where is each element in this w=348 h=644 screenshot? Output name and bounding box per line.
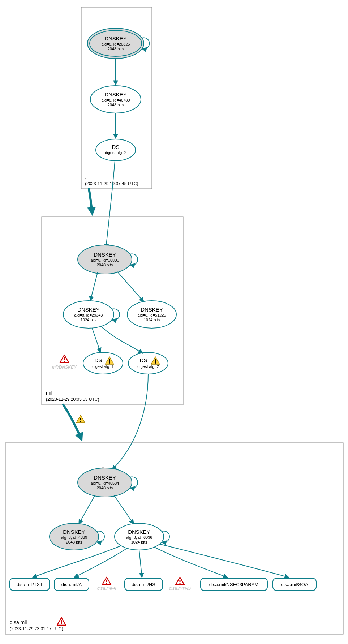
rr-ns[interactable]: disa.mil/NS bbox=[125, 578, 163, 591]
mil-zsk1-node[interactable]: DNSKEY alg=8, id=29343 1024 bits bbox=[63, 301, 120, 328]
mil-ds1-node[interactable]: DS digest alg=1 bbox=[83, 352, 123, 374]
svg-text:disa.mil/A: disa.mil/A bbox=[97, 586, 116, 591]
zone-root-time: (2023-11-29 19:37:45 UTC) bbox=[85, 181, 138, 186]
svg-text:2048 bits: 2048 bits bbox=[108, 47, 124, 51]
svg-text:alg=8, id=46780: alg=8, id=46780 bbox=[102, 98, 130, 102]
rr-soa[interactable]: disa.mil/SOA bbox=[273, 578, 316, 591]
warning-icon bbox=[76, 415, 85, 423]
zone-disa-name: disa.mil bbox=[10, 619, 27, 625]
edge-zsk-nsec bbox=[154, 547, 228, 578]
svg-text:1024 bits: 1024 bits bbox=[81, 318, 97, 322]
svg-text:alg=8, id=4339: alg=8, id=4339 bbox=[61, 535, 87, 540]
svg-text:alg=8, id=51225: alg=8, id=51225 bbox=[138, 313, 166, 317]
svg-text:digest alg=2: digest alg=2 bbox=[137, 364, 159, 369]
svg-text:DNSKEY: DNSKEY bbox=[128, 529, 150, 535]
svg-text:disa.mil/NSEC3PARAM: disa.mil/NSEC3PARAM bbox=[209, 582, 258, 587]
error-icon bbox=[102, 577, 111, 585]
svg-text:DNSKEY: DNSKEY bbox=[94, 475, 116, 481]
root-ksk-node[interactable]: DNSKEY alg=8, id=20326 2048 bits bbox=[87, 28, 149, 59]
zone-root: . (2023-11-29 19:37:45 UTC) DNSKEY alg=8… bbox=[81, 7, 152, 189]
zone-disa-time: (2023-11-29 23:01:17 UTC) bbox=[10, 626, 63, 631]
svg-text:digest alg=2: digest alg=2 bbox=[105, 150, 126, 155]
svg-text:DNSKEY: DNSKEY bbox=[63, 529, 85, 535]
svg-text:DNSKEY: DNSKEY bbox=[77, 306, 100, 313]
svg-text:disa.mil/TXT: disa.mil/TXT bbox=[17, 582, 43, 587]
disa-ksk-node[interactable]: DNSKEY alg=8, id=46534 2048 bits bbox=[78, 468, 138, 497]
ghost-a: disa.mil/A bbox=[97, 577, 116, 591]
edge-zsk1-ds1 bbox=[92, 328, 100, 352]
deleg-root-mil bbox=[89, 189, 92, 213]
svg-point-14 bbox=[96, 139, 136, 161]
zone-mil-name: mil bbox=[46, 390, 52, 396]
svg-text:1024 bits: 1024 bits bbox=[144, 318, 160, 322]
edge-milksk-zsk1 bbox=[90, 272, 98, 301]
root-zsk-node[interactable]: DNSKEY alg=8, id=46780 2048 bits bbox=[90, 86, 141, 113]
svg-text:disa.mil/NS: disa.mil/NS bbox=[169, 586, 191, 591]
svg-text:DNSKEY: DNSKEY bbox=[94, 252, 116, 258]
zone-disa: disa.mil (2023-11-29 23:01:17 UTC) DNSKE… bbox=[5, 443, 343, 634]
disa-zsk-node[interactable]: DNSKEY alg=8, id=6036 1024 bits bbox=[115, 523, 169, 550]
svg-text:2048 bits: 2048 bits bbox=[97, 263, 113, 267]
edge-zsk-ns bbox=[139, 550, 142, 578]
svg-text:alg=8, id=16801: alg=8, id=16801 bbox=[91, 258, 119, 262]
disa-ksk2-node[interactable]: DNSKEY alg=8, id=4339 2048 bits bbox=[50, 523, 104, 550]
ghost-ns: disa.mil/NS bbox=[169, 577, 191, 591]
edge-zsk-txt bbox=[33, 546, 121, 578]
svg-text:alg=8, id=20326: alg=8, id=20326 bbox=[102, 42, 130, 46]
svg-text:alg=8, id=6036: alg=8, id=6036 bbox=[126, 535, 152, 540]
svg-text:DNSKEY: DNSKEY bbox=[104, 91, 127, 98]
svg-text:2048 bits: 2048 bits bbox=[66, 540, 82, 544]
svg-text:alg=8, id=46534: alg=8, id=46534 bbox=[91, 481, 119, 485]
svg-text:alg=8, id=29343: alg=8, id=29343 bbox=[74, 313, 103, 317]
svg-text:2048 bits: 2048 bits bbox=[108, 103, 124, 107]
mil-ksk-node[interactable]: DNSKEY alg=8, id=16801 2048 bits bbox=[78, 245, 138, 274]
edge-disaksk-zsk bbox=[114, 495, 134, 524]
mil-zsk2-node[interactable]: DNSKEY alg=8, id=51225 1024 bits bbox=[127, 301, 176, 328]
rr-txt[interactable]: disa.mil/TXT bbox=[10, 578, 50, 591]
svg-text:digest alg=1: digest alg=1 bbox=[92, 364, 114, 369]
edge-zsk1-ds2 bbox=[100, 326, 143, 353]
rr-nsec3[interactable]: disa.mil/NSEC3PARAM bbox=[201, 578, 267, 591]
svg-text:1024 bits: 1024 bits bbox=[131, 540, 147, 544]
zone-root-name: . bbox=[85, 174, 86, 180]
svg-point-34 bbox=[128, 352, 168, 374]
svg-point-31 bbox=[83, 352, 123, 374]
edge-rootds-milksk bbox=[106, 161, 115, 249]
svg-text:DNSKEY: DNSKEY bbox=[104, 35, 127, 42]
rr-a[interactable]: disa.mil/A bbox=[54, 578, 89, 591]
edge-zsk-soa bbox=[159, 544, 289, 578]
svg-text:DS: DS bbox=[112, 144, 120, 150]
zone-mil: mil (2023-11-29 20:05:53 UTC) DNSKEY alg… bbox=[42, 217, 183, 405]
error-icon bbox=[57, 618, 66, 625]
svg-text:disa.mil/A: disa.mil/A bbox=[61, 582, 82, 587]
edge-milksk-zsk2 bbox=[117, 272, 144, 302]
edge-disaksk-ksk2 bbox=[79, 495, 95, 524]
root-ds-node[interactable]: DS digest alg=2 bbox=[96, 139, 136, 161]
svg-text:disa.mil/SOA: disa.mil/SOA bbox=[281, 582, 308, 587]
error-icon bbox=[60, 355, 69, 362]
svg-text:2048 bits: 2048 bits bbox=[97, 486, 113, 490]
mil-ghost-dnskey: mil/DNSKEY bbox=[52, 355, 77, 370]
svg-text:mil/DNSKEY: mil/DNSKEY bbox=[52, 365, 77, 370]
svg-text:DNSKEY: DNSKEY bbox=[141, 306, 163, 313]
svg-text:DS: DS bbox=[140, 357, 147, 363]
error-icon bbox=[176, 577, 184, 585]
zone-mil-time: (2023-11-29 20:05:53 UTC) bbox=[46, 397, 99, 402]
edge-ds2-disaksk bbox=[112, 374, 148, 470]
svg-text:DS: DS bbox=[95, 357, 102, 363]
mil-ds2-node[interactable]: DS digest alg=2 bbox=[128, 352, 168, 374]
svg-text:disa.mil/NS: disa.mil/NS bbox=[132, 582, 155, 587]
edge-zsk-a bbox=[74, 548, 128, 578]
